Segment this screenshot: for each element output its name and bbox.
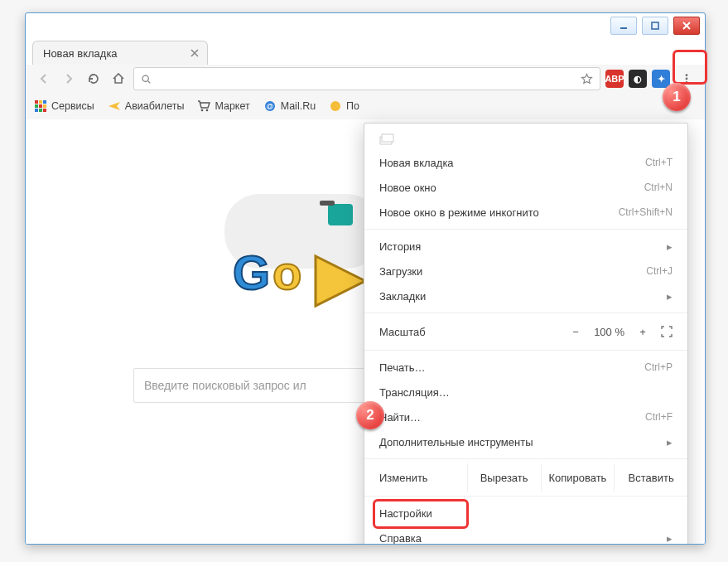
extension-abp-icon[interactable]: ABP	[605, 70, 624, 88]
home-button[interactable]	[108, 69, 128, 89]
separator	[364, 312, 687, 313]
cart-icon	[197, 99, 210, 113]
bookmark-aviabilety[interactable]: Авиабилеты	[108, 99, 185, 113]
menu-bookmarks[interactable]: Закладки▸	[364, 283, 687, 308]
menu-find[interactable]: Найти…Ctrl+F	[364, 405, 687, 429]
menu-copy[interactable]: Копировать	[541, 463, 615, 492]
callout-2: 2	[356, 401, 384, 429]
bookmark-label: Маркет	[215, 100, 249, 112]
tab-close-button[interactable]	[189, 47, 200, 59]
reload-icon	[87, 72, 100, 85]
google-doodle: G o	[224, 194, 382, 318]
menu-new-tab[interactable]: Новая вкладкаCtrl+T	[364, 150, 687, 175]
menu-settings[interactable]: Настройки	[364, 501, 687, 526]
menu-new-window[interactable]: Новое окноCtrl+N	[364, 175, 687, 200]
kebab-icon	[681, 73, 692, 85]
fullscreen-button[interactable]	[661, 326, 673, 337]
address-bar[interactable]	[133, 67, 600, 90]
home-icon	[112, 72, 125, 85]
svg-rect-7	[35, 100, 38, 104]
back-icon	[37, 72, 51, 85]
bookmarks-bar: Сервисы Авиабилеты Маркет @ Mail.Ru По	[26, 93, 705, 120]
maximize-icon	[650, 21, 660, 31]
bookmark-star-icon[interactable]	[581, 73, 593, 85]
svg-rect-14	[39, 109, 42, 112]
svg-text:@: @	[266, 102, 273, 110]
svg-text:o: o	[272, 245, 301, 299]
svg-rect-12	[43, 104, 46, 108]
svg-rect-11	[39, 104, 42, 108]
svg-rect-9	[43, 100, 46, 104]
svg-rect-25	[320, 201, 335, 206]
back-button[interactable]	[34, 69, 54, 89]
svg-point-17	[206, 109, 209, 112]
bookmark-label: По	[346, 100, 359, 112]
svg-point-6	[686, 81, 688, 84]
menu-help[interactable]: Справка▸	[364, 526, 687, 545]
svg-point-5	[686, 78, 688, 80]
menu-paste[interactable]: Вставить	[614, 463, 687, 492]
menu-downloads[interactable]: ЗагрузкиCtrl+J	[364, 259, 687, 283]
apps-icon	[34, 99, 47, 113]
toolbar: ABP ◐ ✦	[26, 65, 705, 94]
minimize-icon	[619, 21, 629, 31]
menu-incognito[interactable]: Новое окно в режиме инкогнитоCtrl+Shift+…	[364, 200, 687, 225]
extension-dark-icon[interactable]: ◐	[629, 70, 647, 88]
tab-title: Новая вкладка	[43, 47, 118, 60]
separator	[364, 458, 687, 459]
reload-button[interactable]	[84, 69, 104, 89]
zoom-in-button[interactable]: +	[634, 323, 651, 340]
plane-icon	[108, 99, 121, 113]
svg-rect-13	[35, 109, 38, 112]
svg-point-2	[142, 75, 148, 81]
svg-rect-1	[652, 22, 658, 29]
close-icon	[190, 49, 199, 57]
bookmark-label: Mail.Ru	[281, 100, 316, 112]
address-input[interactable]	[158, 72, 574, 86]
menu-more-tools[interactable]: Дополнительные инструменты▸	[364, 429, 687, 454]
at-icon: @	[263, 99, 277, 113]
separator	[364, 350, 687, 351]
chevron-right-icon: ▸	[667, 532, 673, 545]
forward-button[interactable]	[59, 69, 79, 89]
chrome-menu: Новая вкладкаCtrl+T Новое окноCtrl+N Нов…	[364, 123, 688, 545]
svg-point-20	[330, 101, 340, 111]
menu-zoom-row: Масштаб − 100 % +	[364, 317, 687, 346]
chevron-right-icon: ▸	[667, 240, 673, 253]
window-controls	[605, 13, 705, 41]
bookmark-label: Авиабилеты	[125, 100, 185, 112]
tab-new[interactable]: Новая вкладка	[32, 41, 208, 65]
menu-history[interactable]: История▸	[364, 234, 687, 259]
search-placeholder: Введите поисковый запрос ил	[144, 379, 306, 392]
svg-point-4	[686, 74, 688, 76]
separator	[364, 229, 687, 230]
menu-cast[interactable]: Трансляция…	[364, 380, 687, 405]
browser-window: Новая вкладка	[25, 12, 706, 545]
poi-icon	[329, 99, 342, 113]
scroll-icon	[379, 133, 394, 145]
menu-edit-row: Изменить Вырезать Копировать Вставить	[364, 463, 687, 492]
close-icon	[682, 21, 692, 31]
bookmark-mailru[interactable]: @ Mail.Ru	[263, 99, 316, 113]
svg-rect-8	[39, 100, 42, 104]
close-button[interactable]	[673, 17, 700, 35]
menu-cut[interactable]: Вырезать	[467, 463, 541, 492]
svg-rect-24	[328, 204, 353, 225]
svg-rect-10	[35, 104, 38, 108]
forward-icon	[62, 72, 75, 85]
bookmark-market[interactable]: Маркет	[197, 99, 249, 113]
svg-rect-15	[43, 109, 46, 112]
separator	[364, 496, 687, 497]
search-icon	[141, 74, 152, 85]
zoom-out-button[interactable]: −	[567, 323, 584, 340]
bookmark-apps[interactable]: Сервисы	[34, 99, 94, 113]
maximize-button[interactable]	[642, 17, 668, 35]
minimize-button[interactable]	[610, 17, 637, 35]
chevron-right-icon: ▸	[667, 290, 673, 303]
tab-strip: Новая вкладка	[32, 38, 698, 65]
zoom-value: 100 %	[594, 326, 624, 338]
chevron-right-icon: ▸	[667, 436, 673, 448]
fullscreen-icon	[661, 326, 673, 337]
menu-print[interactable]: Печать…Ctrl+P	[364, 355, 687, 380]
bookmark-po[interactable]: По	[329, 99, 359, 113]
